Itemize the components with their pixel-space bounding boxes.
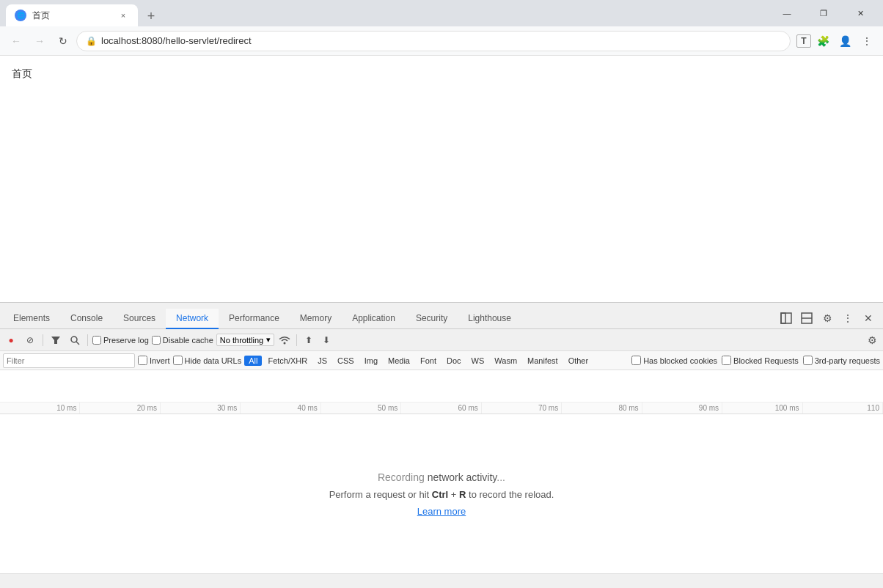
filter-type-font[interactable]: Font	[416, 356, 441, 366]
tab-strip: 🌐 首页 × +	[6, 0, 770, 26]
filter-right: Has blocked cookies Blocked Requests 3rd…	[631, 356, 880, 365]
hint-before: Perform a request or hit	[329, 489, 432, 500]
devtools-settings-button[interactable]: ⚙	[818, 309, 836, 327]
tab-security[interactable]: Security	[406, 309, 458, 329]
filter-type-ws[interactable]: WS	[467, 356, 489, 366]
filter-type-media[interactable]: Media	[384, 356, 414, 366]
third-party-checkbox[interactable]	[803, 356, 813, 365]
minimize-button[interactable]: —	[770, 1, 804, 25]
stop-button[interactable]: ⊘	[22, 332, 38, 348]
network-word: network activity	[428, 471, 497, 483]
url-bar[interactable]: 🔒 localhost:8080/hello-servlet/redirect	[76, 31, 791, 51]
blocked-requests-checkbox[interactable]	[722, 356, 731, 365]
restore-button[interactable]: ❐	[807, 1, 840, 25]
invert-checkbox[interactable]	[138, 356, 147, 365]
tl-40ms: 40 ms	[241, 403, 320, 414]
recording-text: Recording network activity...	[378, 471, 505, 483]
tl-90ms: 90 ms	[642, 403, 722, 414]
disable-cache-label[interactable]: Disable cache	[152, 336, 213, 345]
separator	[43, 334, 43, 346]
tab-elements[interactable]: Elements	[3, 309, 60, 329]
svg-point-5	[71, 337, 77, 342]
tl-100ms: 100 ms	[722, 403, 802, 414]
learn-more-link[interactable]: Learn more	[417, 506, 466, 517]
panel-toggle-icon[interactable]	[777, 309, 795, 327]
has-blocked-cookies-checkbox[interactable]	[631, 356, 641, 365]
hide-data-urls-label[interactable]: Hide data URLs	[173, 356, 242, 365]
invert-text: Invert	[150, 356, 170, 365]
record-button[interactable]: ●	[3, 332, 19, 348]
disable-cache-checkbox[interactable]	[152, 336, 161, 345]
translate-button[interactable]: T	[796, 34, 811, 48]
filter-type-img[interactable]: Img	[360, 356, 382, 366]
devtools-more-button[interactable]: ⋮	[839, 309, 857, 327]
tab-sources[interactable]: Sources	[113, 309, 166, 329]
ctrl-key: Ctrl	[432, 489, 448, 500]
filter-toggle-button[interactable]	[48, 332, 64, 348]
title-bar: 🌐 首页 × + — ❐ ✕	[0, 0, 883, 26]
lock-icon: 🔒	[86, 36, 97, 46]
filter-type-css[interactable]: CSS	[333, 356, 359, 366]
blocked-requests-label[interactable]: Blocked Requests	[722, 356, 799, 365]
filter-type-js[interactable]: JS	[313, 356, 331, 366]
tab-memory[interactable]: Memory	[290, 309, 342, 329]
throttle-label: No throttling	[220, 336, 263, 345]
filter-input[interactable]	[3, 353, 135, 368]
network-empty-state: Recording network activity... Perform a …	[0, 414, 883, 573]
tab-lighthouse[interactable]: Lighthouse	[458, 309, 521, 329]
invert-label[interactable]: Invert	[138, 356, 170, 365]
tab-network[interactable]: Network	[166, 309, 219, 329]
filter-type-manifest[interactable]: Manifest	[523, 356, 563, 366]
tl-50ms: 50 ms	[321, 403, 401, 414]
reload-button[interactable]: ↻	[53, 31, 73, 51]
forward-button[interactable]: →	[29, 31, 50, 51]
has-blocked-cookies-label[interactable]: Has blocked cookies	[631, 356, 717, 365]
tab-console[interactable]: Console	[60, 309, 113, 329]
close-button[interactable]: ✕	[843, 1, 877, 25]
status-bar	[0, 573, 883, 588]
hint-plus: +	[448, 489, 459, 500]
browser-tab[interactable]: 🌐 首页 ×	[6, 4, 138, 26]
devtools-panel: Elements Console Sources Network Perform…	[0, 302, 883, 573]
filter-type-all[interactable]: All	[244, 356, 262, 366]
import-button[interactable]: ⬆	[301, 333, 316, 348]
tab-performance[interactable]: Performance	[219, 309, 290, 329]
network-toolbar: ● ⊘ Preserve log Disable cache No thrott…	[0, 329, 883, 351]
svg-point-7	[284, 342, 286, 344]
hide-data-urls-checkbox[interactable]	[173, 356, 183, 365]
devtools-tab-icons: ⚙ ⋮ ✕	[774, 309, 880, 328]
filter-type-other[interactable]: Other	[564, 356, 593, 366]
third-party-label[interactable]: 3rd-party requests	[803, 356, 880, 365]
r-key: R	[459, 489, 466, 500]
tl-110: 110	[803, 403, 883, 414]
filter-type-doc[interactable]: Doc	[442, 356, 466, 366]
filter-type-fetch[interactable]: Fetch/XHR	[263, 356, 312, 366]
extensions-button[interactable]: 🧩	[813, 31, 833, 51]
separator3	[296, 334, 297, 346]
page-heading: 首页	[12, 67, 32, 79]
console-toggle-icon[interactable]	[798, 309, 816, 327]
devtools-close-button[interactable]: ✕	[860, 309, 877, 327]
browser-window: 🌐 首页 × + — ❐ ✕ ← → ↻ 🔒 localhost:8080/he…	[0, 0, 883, 588]
throttle-select[interactable]: No throttling ▾	[216, 334, 274, 346]
has-blocked-cookies-text: Has blocked cookies	[643, 356, 717, 365]
url-text: localhost:8080/hello-servlet/redirect	[101, 35, 252, 46]
preserve-log-checkbox[interactable]	[92, 336, 101, 345]
window-controls: — ❐ ✕	[770, 1, 877, 25]
tl-80ms: 80 ms	[562, 403, 642, 414]
browser-menu-button[interactable]: ⋮	[857, 31, 877, 51]
tab-close-button[interactable]: ×	[117, 10, 129, 21]
new-tab-button[interactable]: +	[141, 6, 161, 26]
preserve-log-label[interactable]: Preserve log	[92, 336, 149, 345]
tab-title: 首页	[32, 10, 111, 22]
filter-type-wasm[interactable]: Wasm	[490, 356, 521, 366]
back-button[interactable]: ←	[6, 31, 26, 51]
profile-button[interactable]: 👤	[835, 31, 855, 51]
tab-application[interactable]: Application	[342, 309, 406, 329]
online-icon[interactable]	[277, 333, 292, 348]
network-settings-button[interactable]: ⚙	[864, 332, 880, 348]
timeline-inner: 10 ms 20 ms 30 ms 40 ms 50 ms 60 ms 70 m…	[0, 370, 883, 414]
tl-10ms: 10 ms	[0, 403, 80, 414]
search-button[interactable]	[67, 332, 83, 348]
export-button[interactable]: ⬇	[319, 333, 334, 348]
